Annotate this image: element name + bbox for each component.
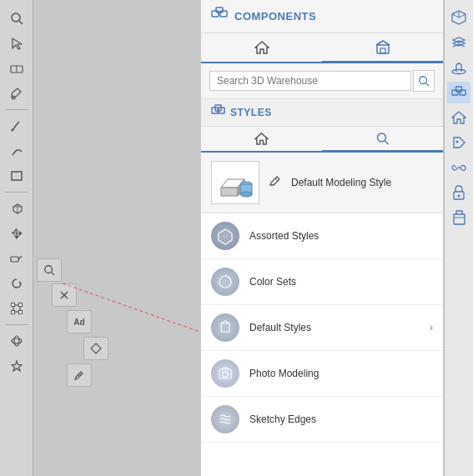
svg-rect-28 — [380, 48, 385, 53]
line-tool[interactable] — [3, 114, 30, 138]
components-tabs — [201, 33, 443, 63]
sketchyedges-icon — [211, 405, 239, 433]
scale-tool[interactable] — [3, 297, 30, 320]
style-edit-icon[interactable] — [268, 173, 283, 192]
photomodeling-label: Photo Modeling — [249, 368, 433, 379]
star-tool[interactable] — [3, 354, 30, 378]
svg-line-42 — [275, 178, 278, 181]
defaultstyles-icon — [211, 313, 239, 342]
svg-line-35 — [385, 141, 389, 144]
default-style-label: Default Modeling Style — [291, 177, 391, 188]
svg-point-41 — [240, 192, 252, 197]
float-search-btn[interactable] — [37, 258, 62, 282]
move-tool[interactable] — [3, 222, 30, 245]
float-pen-btn[interactable] — [67, 363, 92, 387]
eraser-tool[interactable] — [3, 57, 30, 80]
right-btn-lock[interactable] — [447, 182, 470, 203]
style-list: Assorted Styles Color Sets Default Style… — [201, 213, 443, 476]
style-item-colorsets[interactable]: Color Sets — [201, 259, 443, 305]
arc-tool[interactable] — [3, 139, 30, 163]
right-btn-infinity[interactable] — [447, 157, 470, 178]
svg-rect-13 — [18, 303, 22, 307]
style-tabs — [201, 127, 443, 153]
svg-line-19 — [52, 273, 55, 276]
tape-tool[interactable] — [3, 247, 30, 270]
left-toolbar — [0, 0, 33, 476]
svg-marker-45 — [221, 323, 229, 332]
style-item-sketchy[interactable]: Sketchy Edges — [201, 397, 443, 443]
styles-icon — [211, 104, 225, 121]
right-btn-house[interactable] — [447, 107, 470, 128]
search-tool[interactable] — [3, 7, 30, 30]
style-item-default[interactable]: Default Styles › — [201, 305, 443, 351]
photomodeling-icon — [211, 359, 239, 388]
right-panel — [444, 0, 473, 476]
svg-rect-12 — [11, 303, 14, 307]
search-button[interactable] — [413, 70, 435, 92]
svg-rect-24 — [212, 11, 219, 17]
right-btn-layers[interactable] — [447, 32, 470, 53]
svg-line-51 — [459, 14, 465, 18]
right-btn-cube[interactable] — [447, 7, 470, 28]
svg-rect-6 — [12, 172, 22, 180]
styles-section-header: STYLES — [201, 99, 443, 127]
svg-rect-59 — [454, 214, 465, 224]
svg-point-34 — [378, 133, 386, 142]
svg-rect-54 — [460, 90, 465, 95]
float-cross-btn[interactable] — [52, 283, 77, 307]
svg-rect-25 — [220, 11, 227, 17]
separator-3 — [5, 324, 28, 325]
assorted-styles-icon — [211, 222, 239, 250]
separator-2 — [5, 192, 28, 193]
svg-rect-14 — [11, 311, 14, 314]
tab-home[interactable] — [201, 33, 322, 63]
svg-rect-53 — [452, 90, 458, 95]
paint-tool[interactable] — [3, 82, 30, 105]
float-diamond-btn[interactable] — [83, 337, 108, 360]
svg-point-58 — [458, 195, 460, 198]
search-input[interactable] — [209, 71, 411, 91]
style-tab-home[interactable] — [201, 127, 322, 153]
float-text-btn[interactable]: Ad — [67, 310, 92, 333]
style-item-assorted[interactable]: Assorted Styles — [201, 213, 443, 259]
separator-1 — [5, 109, 28, 110]
svg-point-18 — [45, 266, 53, 273]
right-btn-tags[interactable] — [447, 132, 470, 153]
svg-rect-26 — [216, 8, 223, 13]
svg-point-17 — [14, 336, 19, 346]
push-pull-tool[interactable] — [3, 197, 30, 220]
svg-point-0 — [12, 13, 20, 22]
svg-point-16 — [12, 338, 22, 343]
svg-point-29 — [420, 77, 427, 84]
right-btn-hat[interactable] — [447, 57, 470, 78]
colorsets-icon — [211, 268, 239, 296]
right-btn-box[interactable] — [447, 207, 470, 228]
tab-warehouse[interactable] — [322, 33, 443, 63]
style-tab-search[interactable] — [322, 127, 443, 153]
svg-rect-9 — [11, 257, 18, 262]
assorted-styles-label: Assorted Styles — [249, 230, 433, 242]
svg-rect-15 — [18, 311, 22, 314]
sketchyedges-label: Sketchy Edges — [249, 413, 433, 425]
default-style-area: Default Modeling Style — [201, 153, 443, 213]
svg-line-10 — [18, 256, 22, 259]
svg-rect-27 — [377, 45, 389, 53]
orbit-tool[interactable] — [3, 329, 30, 353]
default-style-preview — [211, 161, 259, 204]
rectangle-tool[interactable] — [3, 164, 30, 188]
main-panel: COMPONENTS STYLES — [200, 0, 444, 476]
search-row — [201, 63, 443, 99]
right-btn-components[interactable] — [447, 82, 470, 103]
components-title: COMPONENTS — [234, 10, 316, 23]
style-item-photo[interactable]: Photo Modeling — [201, 351, 443, 397]
svg-marker-43 — [219, 229, 232, 244]
svg-line-30 — [426, 83, 430, 87]
defaultstyles-arrow: › — [430, 322, 433, 333]
select-tool[interactable] — [3, 32, 30, 55]
components-icon — [211, 7, 228, 26]
svg-point-5 — [11, 129, 13, 132]
svg-point-52 — [452, 70, 465, 74]
rotate-tool[interactable] — [3, 272, 30, 295]
styles-title: STYLES — [230, 107, 272, 118]
svg-point-56 — [456, 141, 459, 143]
